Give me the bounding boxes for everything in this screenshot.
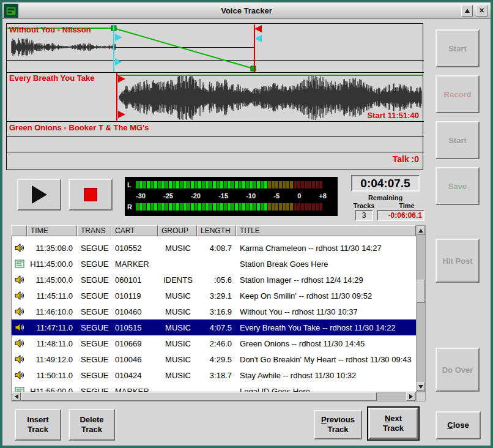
talk-counter: Talk :0 [393, 154, 419, 164]
save-button[interactable]: Save [436, 167, 480, 205]
remaining-time-value: -0:06:06.1 [377, 210, 424, 221]
log-row[interactable]: 11:48:11.0 SEGUE 010669 MUSIC 2:46.0 Gre… [12, 335, 416, 351]
stop-icon [84, 188, 97, 201]
row-type-icon [12, 323, 28, 332]
row-type-icon [12, 236, 28, 237]
meter-left-bar [136, 181, 335, 189]
remaining-tracks-label: Tracks [352, 202, 376, 209]
pin-icon [465, 9, 470, 13]
header-time[interactable]: TIME [27, 225, 77, 236]
next-track-default-frame: Next Track [367, 406, 420, 441]
row-type-icon [12, 307, 28, 316]
log-header: TIME TRANS CART GROUP LENGTH TITLE [11, 225, 416, 236]
track1-title: Without You - Nilsson [9, 25, 91, 34]
row-type-icon [12, 291, 28, 301]
log-row[interactable]: H11:55:00.0 SEGUE MARKER Legal ID Goes H… [12, 383, 416, 392]
header-title[interactable]: TITLE [236, 225, 416, 236]
do-over-button[interactable]: Do Over [436, 348, 480, 392]
window-close-button[interactable]: ✕ [476, 5, 487, 17]
pin-button[interactable] [461, 5, 473, 17]
row-type-icon [12, 259, 28, 269]
horizontal-scroll-thumb[interactable] [21, 392, 377, 401]
meter-right-bar [136, 203, 335, 211]
log-row[interactable]: 11:46:10.0 SEGUE 010460 MUSIC 3:16.9 Wit… [12, 304, 416, 319]
log-row[interactable]: 11:49:12.0 SEGUE 010046 MUSIC 4:29.5 Don… [12, 351, 416, 367]
remaining-tracks-value: 3 [355, 210, 373, 221]
next-track-button[interactable]: Next Track [369, 408, 418, 439]
log-table: 11:35:08.0 SEGUE 010552 MUSIC 4:08.7 Kar… [11, 236, 416, 392]
stop-button[interactable] [69, 179, 113, 211]
remaining-label: Remaining [351, 194, 420, 201]
delete-track-label-1: Delete [80, 415, 103, 425]
row-type-icon [12, 386, 28, 392]
elapsed-time-display: 0:04:07.5 [351, 175, 420, 192]
segue-marker-arrow-bottom[interactable] [115, 58, 122, 65]
meter-left-label: L [127, 181, 136, 189]
arrow-left-icon [15, 394, 18, 399]
segue-marker-arrow-top[interactable] [115, 34, 122, 41]
start-track1-button[interactable]: Start [436, 29, 480, 67]
scrollbar-corner [416, 392, 426, 401]
meter-scale: -30-25-20-15-10-50+8 [136, 192, 335, 200]
play-button[interactable] [17, 179, 61, 211]
header-group[interactable]: GROUP [158, 225, 197, 236]
insert-track-label-2: Track [28, 425, 48, 435]
play-icon [32, 185, 47, 204]
log-row[interactable]: H11:45:00.0 SEGUE MARKER Station Break G… [12, 256, 416, 272]
remaining-time-label: Time [391, 202, 422, 209]
insert-track-button[interactable]: Insert Track [15, 409, 61, 441]
end-marker-arrow-red[interactable] [254, 25, 262, 32]
header-length[interactable]: LENGTH [197, 225, 236, 236]
start-marker-arrow-bottom[interactable] [118, 111, 125, 118]
header-cart[interactable]: CART [111, 225, 158, 236]
previous-track-button[interactable]: Previous Track [314, 410, 362, 439]
track3-title: Green Onions - Booker T & The MG's [9, 123, 149, 132]
vertical-scrollbar[interactable] [416, 225, 426, 392]
scroll-right-button[interactable] [406, 392, 415, 401]
arrow-right-icon [409, 394, 413, 399]
arrow-up-icon [418, 229, 423, 233]
waveform-canvas[interactable] [7, 24, 424, 171]
insert-track-label-1: Insert [27, 415, 48, 425]
start-track2-button[interactable]: Start [436, 121, 480, 159]
hit-post-button[interactable]: Hit Post [436, 239, 480, 283]
horizontal-scrollbar[interactable] [11, 392, 416, 401]
delete-track-label-2: Track [81, 425, 102, 435]
track1-waveform [12, 38, 116, 56]
scroll-up-button[interactable] [417, 226, 425, 235]
track-editor[interactable]: Without You - Nilsson Every Breath You T… [6, 23, 423, 170]
row-type-icon [12, 370, 28, 380]
track2-title: Every Breath You Take [9, 73, 94, 83]
titlebar: Voice Tracker ✕ [2, 2, 491, 19]
log-row[interactable]: 11:45:11.0 SEGUE 010119 MUSIC 3:29.1 Kee… [12, 288, 416, 304]
log-row[interactable]: 11:45:00.0 SEGUE 060101 IDENTS :05.6 Sta… [12, 272, 416, 288]
record-button[interactable]: Record [436, 75, 480, 113]
close-button[interactable]: Close [436, 411, 481, 439]
level-meter: L -30-25-20-15-10-50+8 R [125, 177, 338, 216]
row-type-icon [12, 354, 28, 364]
row-type-icon [12, 338, 28, 348]
header-icon-col[interactable] [11, 225, 27, 236]
log-row[interactable]: 11:35:08.0 SEGUE 010552 MUSIC 4:08.7 Kar… [12, 240, 416, 256]
start-marker-arrow-top[interactable] [118, 75, 125, 83]
vertical-scroll-thumb[interactable] [417, 280, 425, 303]
row-type-icon [12, 275, 28, 285]
scroll-down-button[interactable] [417, 382, 425, 391]
end-marker-arrow-cyan[interactable] [254, 35, 262, 42]
meter-right-label: R [127, 203, 136, 211]
log-row-selected[interactable]: 11:47:11.0 SEGUE 010515 MUSIC 4:07.5 Eve… [12, 319, 416, 335]
arrow-down-icon [418, 385, 423, 389]
voice-tracker-window: Voice Tracker ✕ With [0, 0, 493, 448]
scroll-left-button[interactable] [12, 392, 21, 401]
window-title: Voice Tracker [2, 2, 491, 19]
log-row[interactable]: 11:50:11.0 SEGUE 010424 MUSIC 3:18.7 Sta… [12, 367, 416, 383]
track2-start-time: Start 11:51:40 [367, 111, 419, 120]
delete-track-button[interactable]: Delete Track [69, 409, 115, 441]
row-type-icon [12, 243, 28, 253]
header-trans[interactable]: TRANS [77, 225, 111, 236]
